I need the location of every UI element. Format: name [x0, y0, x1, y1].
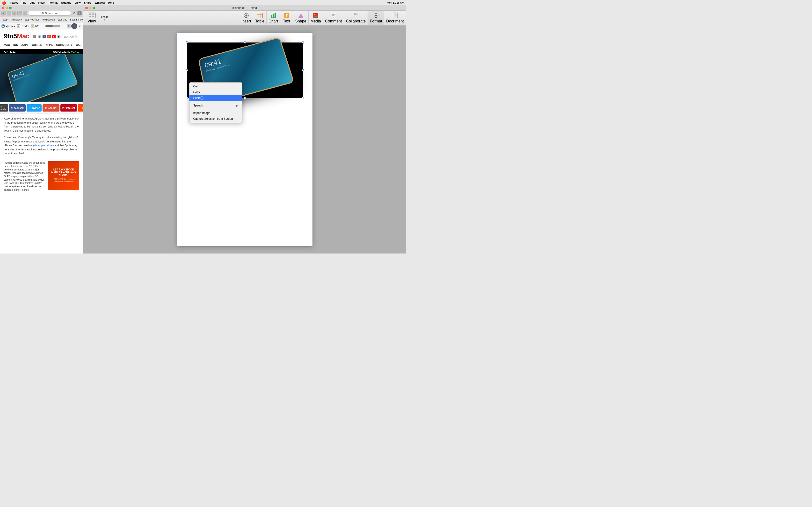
- handle-l[interactable]: [186, 69, 188, 71]
- twitter-share-button[interactable]: 🐦 Twitter: [27, 104, 42, 112]
- my-sites-label[interactable]: My Sites: [6, 25, 15, 27]
- handle-bl[interactable]: [186, 97, 188, 99]
- apple-menu[interactable]: 🍎: [2, 1, 6, 5]
- article-link[interactable]: via AppleInsider: [34, 144, 53, 147]
- reader-label[interactable]: Reader: [21, 25, 29, 27]
- bookmark-google[interactable]: 9to5Google: [41, 18, 56, 21]
- arrange-menu[interactable]: Arrange: [61, 1, 71, 4]
- pages-close-button[interactable]: [85, 7, 88, 9]
- collaborate-button[interactable]: Collaborate: [344, 11, 368, 25]
- handle-b[interactable]: [244, 97, 246, 99]
- bookmark-9to5mac[interactable]: 9to5Mac: [57, 18, 68, 21]
- context-menu-speech[interactable]: Speech ▶: [190, 103, 242, 108]
- reddit-share-button[interactable]: R Reddit: [78, 104, 83, 112]
- icon-rss[interactable]: ▣: [57, 35, 60, 38]
- handle-tr[interactable]: [302, 42, 304, 44]
- nav-guides[interactable]: GUIDES: [32, 44, 42, 46]
- view-icon: [88, 12, 96, 18]
- context-menu-import[interactable]: Import Image: [190, 110, 242, 116]
- wordpress-icon-group: W My Sites: [1, 24, 15, 28]
- reload-button[interactable]: ↺: [72, 11, 77, 15]
- context-capture-label: Capture Selection from Screen: [193, 117, 233, 120]
- google-share-button[interactable]: g+ Google+: [43, 104, 59, 112]
- chart-button[interactable]: Chart: [266, 11, 280, 25]
- pinterest-share-button[interactable]: P Pinterest: [60, 104, 77, 112]
- insert-button[interactable]: Insert: [240, 11, 253, 25]
- insert-menu[interactable]: Insert: [38, 1, 45, 4]
- file-menu[interactable]: File: [21, 1, 26, 4]
- nav-aapl[interactable]: AAPL: [21, 44, 29, 46]
- nav-apps[interactable]: APPS: [45, 44, 53, 46]
- pages-maximize-button[interactable]: [93, 7, 95, 9]
- ad-banner[interactable]: LET RACKSPACE MANAGE YOUR AWS CLOUD. • 7…: [48, 161, 79, 190]
- table-button[interactable]: Table: [253, 11, 266, 25]
- bookmark-affiliates[interactable]: Affiliates ▾: [10, 18, 23, 21]
- context-menu-paste[interactable]: Paste: [190, 95, 242, 101]
- text-button[interactable]: T Text: [280, 11, 293, 25]
- close-button[interactable]: [2, 7, 4, 9]
- social-icons: ⊙ @ f g+ ▶ ▣: [33, 35, 60, 38]
- handle-t[interactable]: [244, 42, 246, 44]
- search-bar[interactable]: SEARCH 🔍: [62, 35, 79, 39]
- nav-community[interactable]: COMMUNITY: [56, 44, 72, 46]
- insert-label: Insert: [242, 19, 251, 23]
- icon-facebook[interactable]: f: [43, 35, 46, 38]
- show-tabs-button[interactable]: ⊞: [12, 11, 16, 15]
- bookmark-bookmarklets[interactable]: Bookmarklets ▾: [69, 18, 83, 21]
- comment-button[interactable]: Comment: [323, 11, 344, 25]
- sidebar-button[interactable]: ☰: [17, 11, 22, 15]
- back-button[interactable]: ‹: [1, 11, 6, 15]
- new-tab-button[interactable]: +: [77, 11, 82, 15]
- window-menu[interactable]: Window: [95, 1, 105, 4]
- icon-email[interactable]: @: [38, 35, 41, 38]
- context-menu-cut[interactable]: Cut: [190, 83, 242, 89]
- aapl-change: 0.17: [71, 50, 76, 53]
- browser-second-bar: W My Sites ▤ Reader 🔔 122 ✎ 👤 ✕: [0, 22, 83, 30]
- edit-icon[interactable]: ✎: [67, 24, 70, 28]
- pages-minimize-button[interactable]: [89, 7, 91, 9]
- icon-gplus[interactable]: g+: [47, 35, 51, 38]
- home-button[interactable]: ⌂: [23, 11, 27, 15]
- forward-button[interactable]: ›: [7, 11, 11, 15]
- svg-rect-7: [257, 13, 262, 18]
- zoom-button[interactable]: 125% ▼: [98, 11, 111, 25]
- context-menu-capture[interactable]: Capture Selection from Screen: [190, 116, 242, 122]
- view-menu[interactable]: View: [75, 1, 81, 4]
- bookmark-youtube[interactable]: 9to5 YouTube: [23, 18, 41, 21]
- media-button[interactable]: Media: [309, 11, 323, 25]
- format-button[interactable]: Format: [368, 11, 384, 25]
- handle-r[interactable]: [302, 69, 304, 71]
- view-button[interactable]: View: [85, 11, 98, 25]
- icon-settings[interactable]: ⊙: [33, 35, 36, 38]
- edit-menu[interactable]: Edit: [30, 1, 35, 4]
- url-bar[interactable]: 9to5mac.com: [28, 11, 71, 16]
- shape-button[interactable]: Shape: [293, 11, 308, 25]
- icon-youtube[interactable]: ▶: [52, 35, 56, 38]
- text-icon: T: [283, 12, 291, 18]
- nav-mac[interactable]: MAC: [4, 44, 10, 46]
- maximize-button[interactable]: [9, 7, 12, 9]
- close-tab-icon[interactable]: ✕: [78, 24, 82, 28]
- bookmark-9to5[interactable]: 9to5 ▾: [1, 18, 10, 21]
- share-menu[interactable]: Share: [84, 1, 91, 4]
- app-name[interactable]: Pages: [10, 1, 18, 4]
- facebook-share-button[interactable]: f Facebook: [9, 104, 26, 112]
- minimize-button[interactable]: [6, 7, 8, 9]
- pages-toolbar: View 125% ▼ Insert: [83, 11, 406, 25]
- chart-icon: [269, 12, 277, 18]
- nav-ios[interactable]: IOS: [13, 44, 18, 46]
- help-menu[interactable]: Help: [108, 1, 114, 4]
- user-avatar[interactable]: 👤: [71, 23, 77, 29]
- format-menu[interactable]: Format: [49, 1, 57, 4]
- format-icon: [372, 12, 380, 18]
- reader-group: ▤ Reader: [17, 24, 29, 28]
- document-button[interactable]: Document: [384, 11, 406, 25]
- toolbar-left: View 125% ▼: [83, 11, 111, 25]
- reddit-label: Reddit: [82, 107, 83, 109]
- comments-button[interactable]: 131 Comments: [0, 104, 8, 112]
- handle-tl[interactable]: [186, 42, 188, 44]
- context-menu-copy[interactable]: Copy: [190, 89, 242, 95]
- site-date-bar: APRIL 12 AAPL: 141.80 0.17 ▲: [0, 49, 83, 54]
- nav-cashback[interactable]: CASHBACK/FIX: [76, 44, 83, 46]
- handle-br[interactable]: [302, 97, 304, 99]
